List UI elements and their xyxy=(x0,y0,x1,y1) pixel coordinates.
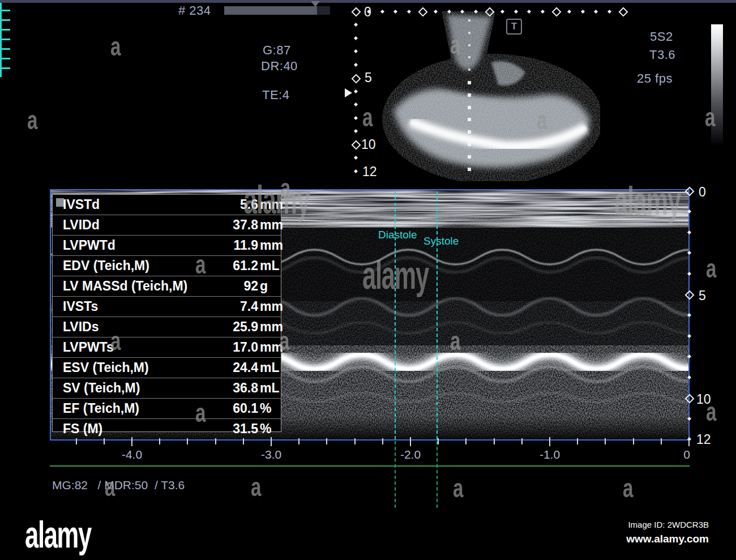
systole-line-extension xyxy=(437,441,438,508)
table-row: IVSTs7.4mm xyxy=(53,297,281,317)
cine-progress-bar[interactable] xyxy=(224,6,317,15)
measurement-label: ESV (Teich,M) xyxy=(63,358,149,378)
mline-cursor-dot xyxy=(468,106,471,109)
2d-echo-image xyxy=(362,6,600,181)
mline-cursor-dot xyxy=(468,155,471,159)
measurement-value: 92 xyxy=(243,276,258,296)
measurement-label: LVPWTd xyxy=(63,236,115,255)
time-axis-tick xyxy=(131,437,132,446)
measurement-unit: mL xyxy=(260,256,280,276)
measurement-label: SV (Teich,M) xyxy=(63,378,140,398)
measurement-label: IVSTd xyxy=(63,195,100,215)
mline-cursor-dot xyxy=(468,56,470,58)
gain-readout: G:87 xyxy=(263,43,291,58)
mline-cursor-dot xyxy=(468,118,471,121)
mmode-depth-label-5: 5 xyxy=(699,288,706,303)
time-axis-tick xyxy=(243,438,244,444)
measurement-unit: mL xyxy=(260,378,280,398)
alamy-logo: alamy xyxy=(25,513,91,556)
frame-rate: 25 fps xyxy=(637,71,673,86)
time-axis-tick xyxy=(549,437,550,446)
caliper-marker-stem xyxy=(0,69,2,77)
separator-line xyxy=(50,465,690,467)
ruler-diamond xyxy=(607,9,611,13)
ruler-open-diamond xyxy=(619,7,628,17)
table-row: SV (Teich,M)36.8mL xyxy=(53,378,281,399)
ruler-diamond xyxy=(353,156,357,160)
time-axis-tick xyxy=(494,438,495,444)
time-axis-tick xyxy=(187,438,188,444)
mline-cursor-dot xyxy=(468,81,471,84)
watermark-url: www.alamy.com xyxy=(626,533,709,545)
time-label-m1: -1.0 xyxy=(540,448,560,461)
measurement-value: 17.0 xyxy=(233,337,258,357)
mline-cursor-dot xyxy=(468,32,470,34)
time-axis-tick xyxy=(521,438,523,444)
time-axis-tick xyxy=(661,438,662,444)
time-label-0: 0 xyxy=(683,448,690,461)
mline-cursor-dot xyxy=(468,130,471,134)
caliper-marker-stem xyxy=(0,40,2,48)
mline-cursor-dot xyxy=(468,143,471,146)
mline-cursor-dot xyxy=(468,69,470,71)
time-axis-tick xyxy=(465,438,467,444)
mline-cursor-dot xyxy=(468,93,471,97)
table-row: EDV (Teich,M)61.2mL xyxy=(53,256,281,276)
frame-counter: # 234 xyxy=(178,3,211,18)
table-row: LV MASSd (Teich,M)92g xyxy=(53,276,281,297)
measurement-unit: mL xyxy=(260,358,280,378)
ruler-diamond xyxy=(353,49,357,53)
ruler-diamond xyxy=(353,89,357,93)
cine-position-marker[interactable] xyxy=(311,1,320,7)
time-axis-tick xyxy=(438,438,439,444)
diastole-measure-line[interactable] xyxy=(395,191,396,439)
caliper-marker-stem xyxy=(0,2,2,10)
measurement-unit: % xyxy=(260,399,271,418)
table-row: LVIDs25.9mm xyxy=(53,317,281,337)
systole-measure-line[interactable] xyxy=(437,191,438,439)
probe-name: 5S2 xyxy=(650,29,673,44)
time-label-m3: -3.0 xyxy=(261,448,281,461)
time-label-m4: -4.0 xyxy=(122,448,142,461)
time-axis-tick xyxy=(104,438,105,444)
caliper-marker-stem xyxy=(0,11,2,19)
mline-cursor-dot xyxy=(468,168,471,171)
ruler-diamond xyxy=(353,129,357,133)
thermal-index: T3.6 xyxy=(649,48,675,62)
2d-depth-label-12: 12 xyxy=(362,164,377,179)
top-window-strip xyxy=(0,0,736,3)
ruler-open-diamond xyxy=(352,7,361,17)
measurement-value: 7.4 xyxy=(240,297,258,317)
diastole-line-extension xyxy=(395,441,396,508)
2d-depth-label-10: 10 xyxy=(361,137,376,152)
time-axis-tick xyxy=(159,438,160,444)
mline-cursor-dot xyxy=(468,19,470,22)
te-readout: TE:4 xyxy=(262,88,289,102)
ruler-open-diamond xyxy=(352,140,361,150)
measurement-value: 24.4 xyxy=(233,358,258,378)
measurement-label: LVPWTs xyxy=(63,337,114,357)
diastole-label: Diastole xyxy=(378,229,417,241)
measurement-value: 11.9 xyxy=(234,236,259,255)
time-axis-tick xyxy=(605,438,606,444)
systole-label: Systole xyxy=(423,235,459,247)
measurement-value: 60.1 xyxy=(233,399,258,418)
measurement-value: 36.8 xyxy=(233,378,258,398)
mmode-depth-label-0: 0 xyxy=(699,185,706,200)
cine-progress-remainder xyxy=(317,6,330,15)
time-axis-tick xyxy=(382,438,383,444)
table-row: LVPWTs17.0mm xyxy=(53,337,281,358)
measurement-label: LVIDs xyxy=(63,317,99,337)
measurement-value: 31.5 xyxy=(233,419,258,439)
measurement-label: EF (Teich,M) xyxy=(63,399,139,418)
focus-marker-icon xyxy=(345,88,352,97)
time-axis-tick xyxy=(577,438,578,444)
time-axis-tick xyxy=(354,438,356,444)
time-axis-tick xyxy=(410,437,411,446)
mmode-depth-label-12: 12 xyxy=(696,432,711,447)
time-axis-tick xyxy=(633,438,634,444)
caliper-marker-stem xyxy=(0,59,2,67)
measurement-unit: % xyxy=(260,419,271,439)
caliper-marker-stem xyxy=(0,31,2,39)
ruler-diamond xyxy=(353,169,357,173)
